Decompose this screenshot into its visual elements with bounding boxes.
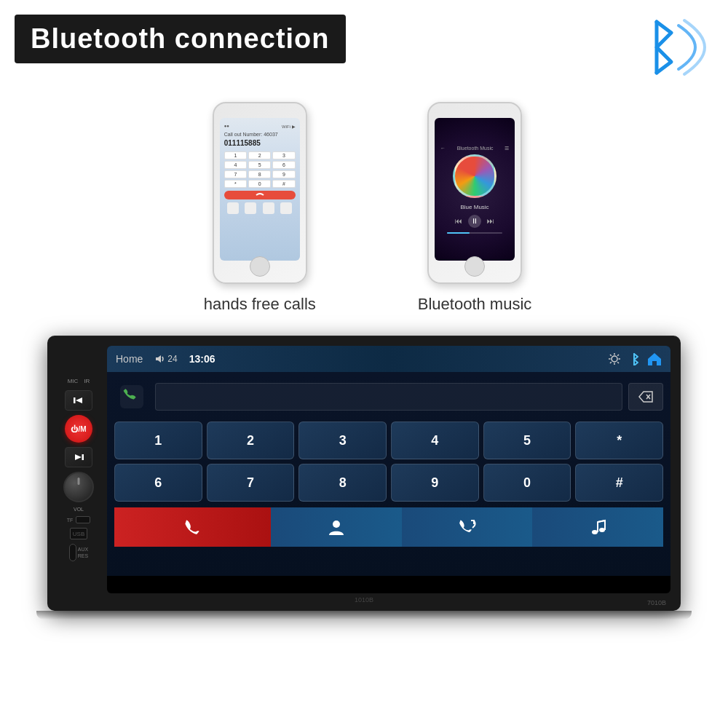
stereo-section: MIC IR ⏻/M	[0, 328, 728, 611]
backspace-icon	[638, 391, 653, 403]
svg-line-14	[610, 362, 612, 363]
header-right	[608, 352, 662, 365]
key-star[interactable]: *	[575, 422, 663, 459]
keypad-grid: 1 2 3 4 5 * 6 7 8 9 0 #	[114, 422, 663, 502]
backspace-button[interactable]	[628, 383, 663, 411]
svg-marker-2	[76, 397, 82, 403]
key-7[interactable]: 7	[207, 464, 295, 502]
phone-music-item: ←Bluetooth Music☰ Blue Music ⏮ ⏸ ⏭	[418, 102, 532, 314]
svg-point-6	[612, 356, 617, 362]
svg-point-23	[599, 528, 605, 532]
svg-line-24	[598, 521, 605, 522]
svg-marker-18	[639, 392, 652, 402]
redial-button[interactable]	[402, 507, 533, 547]
mic-label: MIC	[68, 378, 79, 384]
key-8[interactable]: 8	[298, 464, 387, 502]
key-hash[interactable]: #	[575, 464, 663, 502]
key-5[interactable]: 5	[483, 422, 571, 459]
phone-music-label: Bluetooth music	[418, 295, 532, 314]
call-icon	[183, 519, 202, 535]
stereo-inner: MIC IR ⏻/M	[58, 346, 670, 593]
main-title: Bluetooth connection	[31, 23, 330, 54]
key-6[interactable]: 6	[114, 464, 202, 502]
model-bottom-label: 1010B	[58, 596, 670, 604]
phone-call-image: ●●WiFi ▶ Call out Number: 46037 01111588…	[213, 102, 307, 284]
usb-area: USB	[70, 528, 87, 539]
phone-call-item: ●●WiFi ▶ Call out Number: 46037 01111588…	[204, 102, 316, 314]
speaker-icon	[154, 354, 165, 364]
svg-line-11	[610, 355, 612, 356]
phone-call-label: hands free calls	[204, 295, 316, 314]
key-9[interactable]: 9	[391, 464, 479, 502]
stereo-shadow	[36, 611, 692, 620]
contacts-button[interactable]	[271, 507, 402, 547]
music-album-art	[453, 154, 496, 198]
vol-label: VOL	[74, 507, 84, 512]
prev-button[interactable]	[65, 390, 92, 411]
svg-marker-5	[156, 355, 161, 363]
call-button[interactable]	[114, 507, 271, 547]
svg-line-12	[617, 362, 619, 363]
phone-music-image: ←Bluetooth Music☰ Blue Music ⏮ ⏸ ⏭	[427, 102, 522, 284]
svg-rect-3	[82, 454, 84, 460]
dialer-top-row	[114, 379, 663, 414]
screen-content: 1 2 3 4 5 * 6 7 8 9 0 #	[107, 372, 670, 576]
bottom-bar	[114, 507, 663, 547]
model-number: 7010B	[647, 599, 666, 606]
key-1[interactable]: 1	[114, 422, 202, 459]
mic-ir-labels: MIC IR	[68, 378, 90, 384]
volume-knob[interactable]	[63, 472, 94, 502]
phone-home-btn-left	[250, 256, 270, 277]
phone-home-btn-right	[464, 256, 485, 277]
dial-phone-icon	[114, 379, 149, 414]
aux-res-area: AUX RES	[69, 544, 88, 561]
contacts-icon	[328, 519, 345, 535]
key-3[interactable]: 3	[298, 422, 387, 459]
power-mode-button[interactable]: ⏻/M	[65, 415, 92, 443]
key-2[interactable]: 2	[207, 422, 295, 459]
svg-rect-1	[74, 397, 76, 403]
volume-value: 24	[167, 354, 177, 364]
top-section: Bluetooth connection	[0, 0, 728, 95]
music-icon	[590, 519, 606, 535]
screen-home-icon[interactable]	[647, 352, 662, 365]
screen-home-label: Home	[116, 353, 143, 365]
phones-section: ●●WiFi ▶ Call out Number: 46037 01111588…	[0, 95, 728, 328]
tf-label: TF	[67, 518, 74, 523]
stereo-unit: MIC IR ⏻/M	[47, 336, 681, 611]
svg-marker-16	[648, 353, 661, 365]
screen-time: 13:06	[189, 353, 215, 365]
key-4[interactable]: 4	[391, 422, 479, 459]
phone-music-screen: ←Bluetooth Music☰ Blue Music ⏮ ⏸ ⏭	[435, 118, 515, 261]
left-controls: MIC IR ⏻/M	[58, 378, 100, 561]
car-screen: Home 24 13:06	[107, 346, 670, 593]
tf-area: TF	[67, 516, 91, 523]
key-0[interactable]: 0	[483, 464, 571, 502]
screen-volume-area: 24	[154, 354, 177, 364]
svg-point-22	[592, 530, 598, 534]
redial-icon	[458, 519, 477, 535]
res-label: RES	[78, 553, 88, 558]
svg-line-13	[617, 355, 619, 356]
header-left: Home 24 13:06	[116, 353, 215, 365]
screen-bluetooth-icon	[628, 352, 640, 365]
screen-header: Home 24 13:06	[107, 346, 670, 372]
svg-marker-4	[75, 454, 82, 460]
power-label: ⏻/M	[71, 425, 86, 433]
aux-label: AUX	[78, 547, 88, 552]
brightness-icon	[608, 352, 621, 365]
phone-call-icon	[120, 385, 143, 408]
bluetooth-icon	[626, 7, 706, 87]
aux-port	[69, 544, 76, 561]
dial-input[interactable]	[155, 383, 622, 411]
ir-label: IR	[84, 378, 90, 384]
svg-point-21	[333, 521, 340, 528]
bluetooth-icon-area	[626, 7, 706, 87]
tf-slot	[76, 516, 90, 523]
music-button[interactable]	[532, 507, 663, 547]
title-box: Bluetooth connection	[15, 15, 346, 63]
phone-call-screen: ●●WiFi ▶ Call out Number: 46037 01111588…	[220, 118, 300, 261]
next-button[interactable]	[65, 447, 92, 467]
